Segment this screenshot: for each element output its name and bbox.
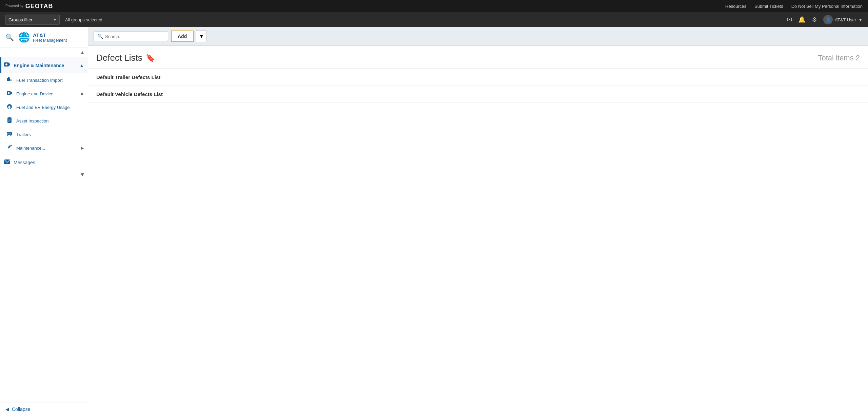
top-bar: Powered by GEOTAB Resources Submit Ticke… (0, 0, 868, 12)
svg-point-7 (5, 63, 7, 65)
geotab-logo-text: GEOTAB (25, 3, 53, 10)
do-not-sell-link[interactable]: Do Not Sell My Personal Information (791, 4, 863, 9)
sidebar-section-engine-maintenance[interactable]: Engine & Maintenance ▲ (0, 57, 88, 73)
sidebar-item-asset-inspection[interactable]: Asset Inspection (0, 114, 88, 128)
user-avatar: 👤 (823, 15, 833, 24)
user-name: AT&T User (835, 17, 856, 22)
svg-rect-21 (8, 117, 11, 118)
sidebar-item-fuel-transaction-import[interactable]: Fuel Transaction Import (0, 73, 88, 87)
svg-marker-6 (9, 63, 10, 66)
engine-maintenance-icon (3, 61, 11, 70)
page-title-row: Defect Lists 🔖 (96, 53, 155, 63)
bookmark-icon[interactable]: 🔖 (146, 54, 155, 62)
add-dropdown-arrow-icon: ▼ (199, 34, 204, 39)
trailers-icon (6, 131, 13, 138)
svg-point-24 (10, 135, 12, 136)
sidebar-search-icon[interactable]: 🔍 (5, 33, 14, 41)
maintenance-label: Maintenance... (16, 146, 78, 151)
mail-icon[interactable]: ✉ (787, 16, 792, 23)
groups-bar-selected-text: All groups selected (65, 17, 102, 22)
att-logo (18, 31, 30, 43)
search-box: 🔍 (94, 32, 168, 41)
svg-rect-20 (8, 121, 10, 121)
svg-rect-18 (8, 119, 11, 119)
svg-point-23 (7, 135, 8, 136)
fuel-transaction-label: Fuel Transaction Import (16, 78, 84, 83)
total-items-text: Total items 2 (818, 54, 860, 62)
asset-inspection-icon (6, 117, 13, 125)
sidebar-item-engine-device[interactable]: Engine and Device... ▶ (0, 87, 88, 100)
sidebar-item-fuel-ev-energy[interactable]: Fuel and EV Energy Usage (0, 100, 88, 114)
page-header: Defect Lists 🔖 Total items 2 (88, 46, 868, 69)
sidebar-scroll-up-button[interactable]: ▲ (78, 49, 86, 57)
user-info[interactable]: 👤 AT&T User ▼ (823, 15, 863, 24)
add-button[interactable]: Add (171, 31, 194, 42)
fuel-ev-energy-label: Fuel and EV Energy Usage (16, 105, 84, 110)
svg-rect-9 (8, 77, 9, 78)
content-toolbar: 🔍 Add ▼ (88, 27, 868, 46)
fuel-transaction-icon (6, 76, 13, 84)
submit-tickets-link[interactable]: Submit Tickets (754, 4, 783, 9)
sidebar: 🔍 AT&T Fleet Management (0, 27, 88, 416)
sidebar-brand: AT&T Fleet Management (18, 31, 67, 43)
svg-point-15 (8, 92, 10, 94)
resources-link[interactable]: Resources (725, 4, 746, 9)
defect-list-item[interactable]: Default Trailer Defects List (88, 69, 868, 86)
engine-device-arrow-icon: ▶ (81, 92, 84, 96)
add-dropdown-button[interactable]: ▼ (196, 31, 207, 42)
sidebar-scroll[interactable]: ▲ Engine & Maintenance ▲ (0, 48, 88, 402)
sidebar-header: 🔍 AT&T Fleet Management (0, 27, 88, 48)
sidebar-scroll-down-button[interactable]: ▼ (78, 171, 86, 179)
sidebar-item-maintenance[interactable]: Maintenance... ▶ (0, 141, 88, 155)
sidebar-item-trailers[interactable]: Trailers (0, 128, 88, 141)
bell-icon[interactable]: 🔔 (798, 16, 806, 23)
engine-device-icon (6, 90, 13, 97)
fuel-ev-energy-icon (6, 103, 13, 111)
brand-name: AT&T (33, 32, 67, 38)
collapse-icon: ◀ (5, 406, 9, 412)
sidebar-collapse-button[interactable]: ◀ Collapse (0, 402, 88, 416)
groups-bar: Groups filter ▼ All groups selected ✉ 🔔 … (0, 12, 868, 27)
messages-icon (3, 158, 11, 167)
engine-maintenance-chevron-icon: ▲ (80, 63, 84, 68)
groups-bar-icons: ✉ 🔔 ⚙ 👤 AT&T User ▼ (787, 15, 863, 24)
content-area: 🔍 Add ▼ Defect Lists 🔖 Total items 2 Def… (88, 27, 868, 416)
content-main: Defect Lists 🔖 Total items 2 Default Tra… (88, 46, 868, 416)
svg-point-29 (10, 145, 12, 147)
trailers-label: Trailers (16, 132, 84, 137)
page-title: Defect Lists (96, 53, 142, 63)
top-bar-logo: Powered by GEOTAB (5, 3, 53, 10)
sidebar-brand-text: AT&T Fleet Management (33, 32, 67, 43)
groups-filter-label: Groups filter (8, 17, 51, 22)
groups-filter-arrow-icon: ▼ (53, 18, 57, 22)
top-bar-nav: Resources Submit Tickets Do Not Sell My … (725, 4, 863, 9)
main-layout: 🔍 AT&T Fleet Management (0, 27, 868, 416)
collapse-label: Collapse (12, 406, 30, 412)
asset-inspection-label: Asset Inspection (16, 118, 84, 124)
svg-rect-8 (7, 78, 10, 81)
engine-maintenance-label: Engine & Maintenance (14, 63, 77, 68)
search-icon: 🔍 (97, 34, 103, 39)
messages-label: Messages (14, 160, 35, 165)
svg-marker-14 (11, 92, 12, 94)
powered-by-text: Powered by (5, 4, 23, 8)
maintenance-arrow-icon: ▶ (81, 146, 84, 150)
engine-device-label: Engine and Device... (16, 91, 78, 96)
user-dropdown-arrow-icon: ▼ (858, 17, 863, 22)
groups-filter-select[interactable]: Groups filter ▼ (5, 15, 60, 25)
search-input[interactable] (105, 34, 159, 39)
defect-list: Default Trailer Defects List Default Veh… (88, 69, 868, 103)
gear-icon[interactable]: ⚙ (812, 16, 817, 23)
svg-rect-19 (8, 120, 11, 120)
brand-sub: Fleet Management (33, 38, 67, 43)
maintenance-icon (6, 144, 13, 152)
defect-list-item[interactable]: Default Vehicle Defects List (88, 86, 868, 103)
sidebar-section-messages[interactable]: Messages (0, 155, 88, 170)
